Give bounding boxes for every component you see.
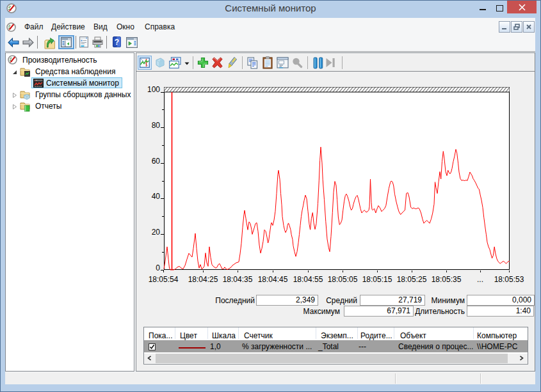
svg-text:18:05:53: 18:05:53: [494, 275, 524, 284]
svg-text:18:05:25: 18:05:25: [397, 275, 427, 284]
svg-text:20: 20: [152, 228, 161, 237]
svg-text:18:05:54: 18:05:54: [149, 275, 179, 284]
svg-text:18:04:35: 18:04:35: [223, 275, 253, 284]
svg-text:18:04:45: 18:04:45: [258, 275, 288, 284]
svg-text:18:05:05: 18:05:05: [328, 275, 358, 284]
svg-text:80: 80: [152, 121, 161, 130]
svg-text:18:05:15: 18:05:15: [362, 275, 392, 284]
svg-text:60: 60: [152, 157, 161, 166]
svg-text:?: ?: [115, 38, 119, 47]
svg-text:18:05:35: 18:05:35: [432, 275, 462, 284]
svg-text:100: 100: [147, 85, 160, 94]
svg-text:...: ...: [477, 275, 483, 284]
svg-text:0: 0: [156, 263, 160, 272]
svg-text:18:04:25: 18:04:25: [188, 275, 218, 284]
svg-text:40: 40: [152, 192, 161, 201]
svg-text:18:04:55: 18:04:55: [293, 275, 323, 284]
